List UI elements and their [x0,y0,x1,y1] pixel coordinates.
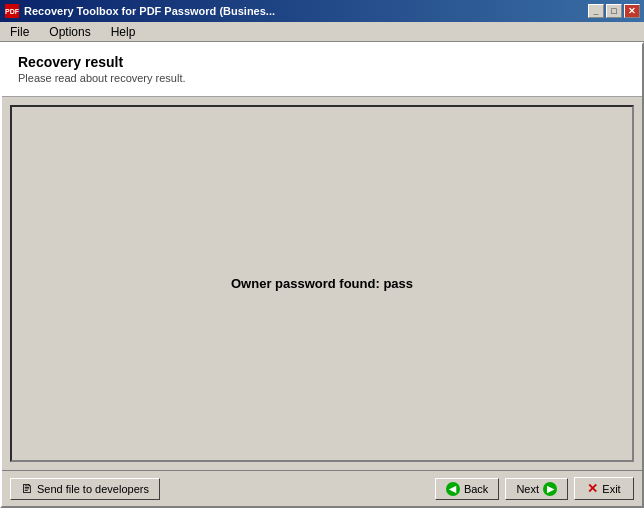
footer-right: ◀ Back Next ▶ ✕ Exit [435,477,634,500]
window-controls: _ □ ✕ [588,4,640,18]
footer-left: 🖹 Send file to developers [10,478,160,500]
window-title: Recovery Toolbox for PDF Password (Busin… [24,5,584,17]
send-file-button[interactable]: 🖹 Send file to developers [10,478,160,500]
close-button[interactable]: ✕ [624,4,640,18]
page-title: Recovery result [18,54,626,70]
minimize-button[interactable]: _ [588,4,604,18]
back-button[interactable]: ◀ Back [435,478,499,500]
send-icon: 🖹 [21,482,33,496]
main-window: Recovery result Please read about recove… [0,42,644,508]
exit-button[interactable]: ✕ Exit [574,477,634,500]
app-icon: PDF [4,3,20,19]
header-section: Recovery result Please read about recove… [2,44,642,97]
page-subtitle: Please read about recovery result. [18,72,626,84]
menu-options[interactable]: Options [43,23,96,41]
title-bar: PDF Recovery Toolbox for PDF Password (B… [0,0,644,22]
exit-icon: ✕ [587,481,598,496]
maximize-button[interactable]: □ [606,4,622,18]
next-icon: ▶ [543,482,557,496]
send-file-label: Send file to developers [37,483,149,495]
footer: 🖹 Send file to developers ◀ Back Next ▶ … [2,470,642,506]
result-text: Owner password found: pass [231,276,413,291]
menu-file[interactable]: File [4,23,35,41]
next-button[interactable]: Next ▶ [505,478,568,500]
content-area: Owner password found: pass [10,105,634,462]
back-icon: ◀ [446,482,460,496]
menu-bar: File Options Help [0,22,644,42]
menu-help[interactable]: Help [105,23,142,41]
